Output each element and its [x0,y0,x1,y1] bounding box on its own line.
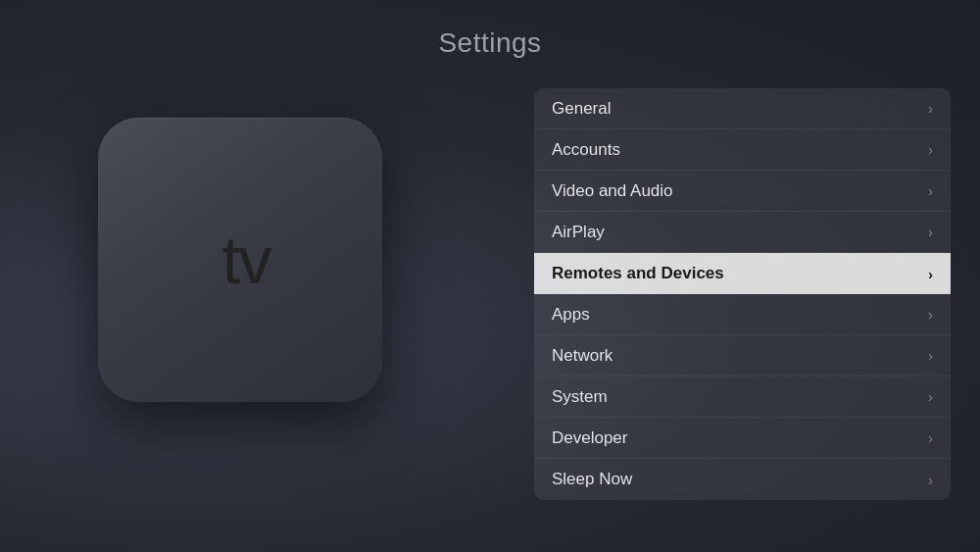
page-title: Settings [0,27,980,59]
settings-item-apps[interactable]: Apps› [534,294,951,335]
apple-tv-device: tv [98,118,382,402]
settings-item-airplay[interactable]: AirPlay› [534,212,951,253]
chevron-right-icon: › [928,472,933,488]
settings-item-label-system: System [552,387,608,407]
settings-item-label-apps: Apps [552,305,590,325]
chevron-right-icon: › [928,100,933,117]
settings-item-label-sleep-now: Sleep Now [552,470,632,489]
settings-item-label-airplay: AirPlay [552,223,605,242]
settings-item-video-and-audio[interactable]: Video and Audio› [534,171,951,212]
settings-item-label-general: General [552,99,611,119]
chevron-right-icon: › [928,388,933,405]
settings-list: General›Accounts›Video and Audio›AirPlay… [534,88,951,500]
chevron-right-icon: › [928,224,933,240]
settings-item-label-remotes-and-devices: Remotes and Devices [552,264,724,283]
settings-item-label-developer: Developer [552,428,628,448]
settings-item-accounts[interactable]: Accounts› [534,129,951,171]
device-illustration: tv [98,118,382,402]
settings-item-general[interactable]: General› [534,88,951,129]
settings-item-sleep-now[interactable]: Sleep Now› [534,459,951,500]
apple-tv-logo: tv [211,222,270,298]
settings-item-system[interactable]: System› [534,376,951,418]
settings-item-network[interactable]: Network› [534,335,951,376]
chevron-right-icon: › [928,182,933,199]
tv-label: tv [222,222,270,298]
settings-item-developer[interactable]: Developer› [534,418,951,459]
settings-item-label-accounts: Accounts [552,140,620,160]
settings-item-remotes-and-devices[interactable]: Remotes and Devices› [534,253,951,294]
settings-item-label-video-and-audio: Video and Audio [552,181,673,201]
settings-item-label-network: Network [552,346,612,366]
chevron-right-icon: › [928,266,933,282]
chevron-right-icon: › [928,347,933,364]
chevron-right-icon: › [928,429,933,446]
chevron-right-icon: › [928,306,933,323]
chevron-right-icon: › [928,141,933,158]
